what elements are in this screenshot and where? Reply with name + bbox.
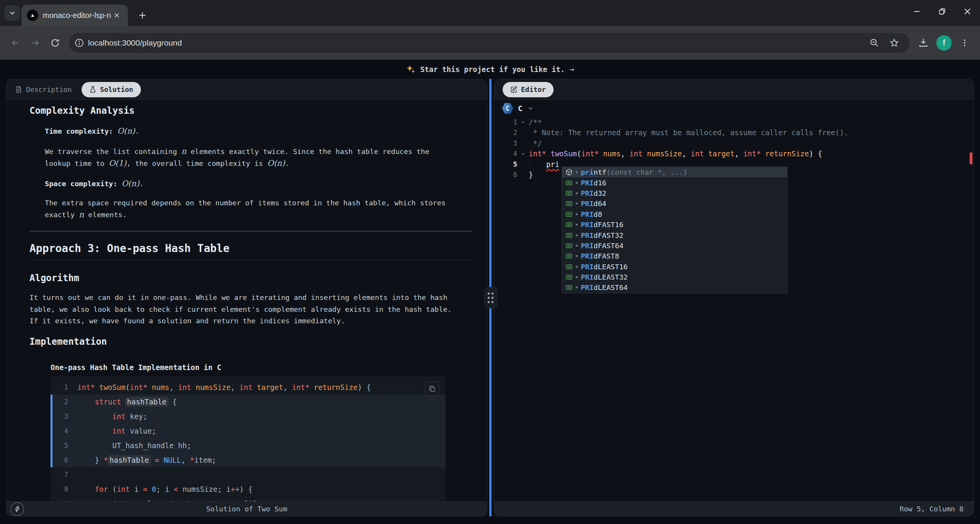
suggest-item[interactable]: •PRIdLEAST64 [562,282,787,293]
tab-editor[interactable]: Editor [503,82,554,97]
suggest-match-text: PRI [581,221,593,229]
editor-line-number: 2 [494,129,517,136]
suggest-label-text: dLEAST16 [594,263,628,271]
code-line: 7 [51,467,446,482]
suggest-label-text: d8 [594,210,602,218]
code-line: 8 for (int i = 0; i < numsSize; i++) { [51,482,446,496]
minimize-button[interactable] [904,0,929,23]
suggest-item[interactable]: •PRId64 [562,198,787,209]
editor-line-number: 3 [494,139,517,147]
line-number: 1 [51,383,68,391]
suggest-label-text: dFAST64 [594,242,624,250]
reload-icon [50,38,60,48]
edit-icon [510,86,518,93]
suggest-bullet: • [575,221,579,229]
panel-resizer[interactable] [487,79,494,516]
profile-avatar[interactable]: f [936,35,952,51]
suggest-match-text: PRI [581,210,593,218]
cursor-position-text: Row 5, Column 8 [900,505,964,513]
suggest-item[interactable]: •PRIdLEAST16 [562,262,787,272]
suggest-item[interactable]: •PRIdFAST64 [562,241,787,251]
symbol-constant-icon [565,263,573,270]
code-text: int key; [77,412,147,421]
tab-solution[interactable]: Solution [82,82,141,97]
tab-description[interactable]: Description [15,85,72,93]
new-tab-button[interactable] [135,8,150,23]
playground-page: Star this project if you like it. → Desc… [0,60,980,524]
copy-code-button[interactable] [425,382,439,396]
suggest-item[interactable]: •PRIdFAST16 [562,219,787,230]
suggest-match-text: PRI [581,242,593,250]
suggest-item[interactable]: •printf(const char *, ...) [562,167,787,177]
back-icon [10,38,20,48]
window-controls [904,0,980,23]
tab-solution-label: Solution [100,85,133,93]
browser-menu-button[interactable] [956,34,973,51]
editor-line[interactable]: 3 */ [494,138,973,149]
line-number: 5 [51,442,68,449]
space-complexity-text: Space complexity: O(n). [45,178,472,190]
tab-editor-label: Editor [521,85,546,93]
suggest-bullet: • [575,200,579,208]
suggest-item[interactable]: •PRIdFAST8 [562,251,787,261]
tab-description-label: Description [26,85,72,93]
fold-chevron-icon[interactable] [517,151,529,157]
back-button[interactable] [7,34,24,51]
symbol-constant-icon [565,242,573,249]
editor-code-text: /** [529,118,542,126]
editor-line[interactable]: 1/** [494,117,973,128]
time-complexity-text: Time complexity: O(n). [45,125,472,137]
tab-search-button[interactable] [5,5,20,21]
address-bar[interactable]: localhost:3000/playground [69,33,910,53]
problem-panel: Description Solution Complexity Analysis… [6,79,487,516]
symbol-constant-icon [565,190,573,197]
symbol-constant-icon [565,200,573,207]
code-line: 3 int key; [51,409,446,424]
c-language-icon: C [502,103,513,114]
fold-chevron-icon[interactable] [517,119,529,125]
editor-code-text: */ [529,139,542,147]
language-label: C [518,104,523,113]
heading-implementation: Implementation [29,336,472,348]
close-window-button[interactable] [955,0,980,23]
editor-code-text: int* twoSum(int* nums, int numsSize, int… [529,149,822,158]
symbol-constant-icon [565,232,573,239]
suggest-item[interactable]: •PRIdFAST32 [562,230,787,240]
zoom-out-button[interactable] [866,34,883,51]
traverse-text: We traverse the list containing n elemen… [45,146,472,169]
suggest-item[interactable]: •PRId32 [562,188,787,198]
editor-line[interactable]: 2 * Note: The returned array must be mal… [494,128,973,138]
language-selector[interactable]: C C [494,100,973,117]
code-text: struct hashTable { [77,398,177,406]
chevron-down-icon [527,105,534,112]
restore-button[interactable] [929,0,955,23]
editor-panel: Editor C C 1/**2 * Note: The returned ar… [494,79,974,516]
forward-button[interactable] [27,34,44,51]
suggest-item[interactable]: •PRIdLEAST32 [562,272,787,282]
suggest-match-text: PRI [581,283,593,291]
flask-icon [89,86,96,93]
suggest-match-text: PRI [581,189,593,197]
bookmark-button[interactable] [886,34,903,51]
tab-close-button[interactable] [111,10,122,21]
site-info-icon[interactable] [74,38,84,48]
reload-button[interactable] [47,34,64,51]
copy-icon [428,385,436,393]
star-project-banner[interactable]: Star this project if you like it. → [6,60,974,79]
browser-tab[interactable]: ▲ monaco-editor-lsp-next [21,5,128,26]
downloads-button[interactable] [915,34,932,51]
autocomplete-popup: •printf(const char *, ...)•PRId16•PRId32… [562,167,787,293]
suggest-bullet: • [575,189,579,197]
suggest-bullet: • [575,283,579,291]
quick-action-button[interactable] [10,502,24,516]
editor-line[interactable]: 4int* twoSum(int* nums, int numsSize, in… [494,149,973,159]
close-icon [113,12,120,19]
tab-title: monaco-editor-lsp-next [43,11,111,20]
suggest-item[interactable]: •PRId16 [562,177,787,188]
monaco-editor[interactable]: 1/**2 * Note: The returned array must be… [494,117,973,501]
suggest-item[interactable]: •PRId8 [562,209,787,219]
line-number: 6 [51,456,68,464]
solution-article: Complexity Analysis Time complexity: O(n… [7,100,487,501]
suggest-label-text: dLEAST32 [594,273,628,281]
editor-line-number: 4 [494,150,517,157]
